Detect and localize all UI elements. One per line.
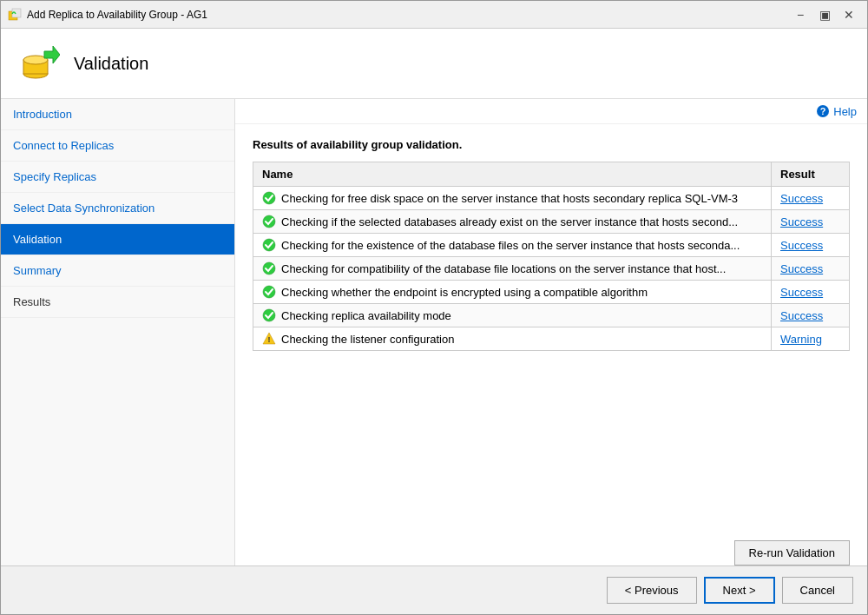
result-link[interactable]: Warning — [780, 333, 822, 346]
previous-button[interactable]: < Previous — [607, 577, 697, 604]
row-name-cell: Checking for free disk space on the serv… — [253, 187, 772, 210]
page-title: Validation — [74, 54, 148, 74]
row-result-cell[interactable]: Success — [772, 187, 850, 210]
cancel-button[interactable]: Cancel — [782, 577, 853, 604]
content-area: Introduction Connect to Replicas Specify… — [1, 99, 867, 565]
main-content: ? Help Results of availability group val… — [235, 99, 867, 565]
footer: < Previous Next > Cancel — [1, 565, 867, 614]
row-result-cell[interactable]: Success — [772, 234, 850, 257]
help-icon: ? — [816, 104, 830, 118]
result-link[interactable]: Success — [780, 192, 823, 205]
row-name-text: Checking replica availability mode — [281, 309, 451, 322]
warning-icon: ! — [262, 332, 276, 346]
result-link[interactable]: Success — [780, 215, 823, 228]
success-icon — [262, 191, 276, 205]
svg-text:?: ? — [820, 106, 826, 116]
row-name-cell: Checking if the selected databases alrea… — [253, 210, 772, 234]
row-name-cell: Checking for compatibility of the databa… — [253, 257, 772, 281]
table-row: Checking if the selected databases alrea… — [253, 210, 850, 234]
page-header: Validation — [1, 29, 867, 99]
col-header-name: Name — [253, 162, 772, 187]
sidebar-item-results: Results — [1, 287, 234, 318]
row-result-cell[interactable]: Success — [772, 304, 850, 327]
sidebar-item-validation[interactable]: Validation — [1, 224, 234, 255]
next-button[interactable]: Next > — [704, 577, 775, 604]
success-icon — [262, 261, 276, 275]
maximize-button[interactable]: ▣ — [813, 5, 836, 24]
success-icon — [262, 308, 276, 322]
row-name-cell: ! Checking the listener configuration — [253, 327, 772, 351]
sidebar-item-connect-to-replicas[interactable]: Connect to Replicas — [1, 130, 234, 162]
svg-text:!: ! — [268, 335, 271, 344]
sidebar-item-specify-replicas[interactable]: Specify Replicas — [1, 162, 234, 193]
result-link[interactable]: Success — [780, 309, 823, 322]
row-name-text: Checking for free disk space on the serv… — [281, 192, 738, 205]
help-link[interactable]: ? Help — [816, 104, 857, 118]
result-link[interactable]: Success — [780, 286, 823, 299]
title-bar: Add Replica to Availability Group - AG1 … — [1, 1, 867, 29]
table-row: Checking whether the endpoint is encrypt… — [253, 281, 850, 304]
table-row: Checking for the existence of the databa… — [253, 234, 850, 257]
col-header-result: Result — [772, 162, 850, 187]
results-table: Name Result Checking for free disk space… — [253, 162, 850, 351]
row-name-text: Checking if the selected databases alrea… — [281, 215, 738, 228]
row-name-text: Checking for compatibility of the databa… — [281, 262, 726, 275]
row-name-text: Checking for the existence of the databa… — [281, 239, 740, 252]
table-row: Checking for compatibility of the databa… — [253, 257, 850, 281]
app-icon — [8, 8, 22, 22]
window-controls: − ▣ ✕ — [789, 5, 860, 24]
main-body: Results of availability group validation… — [235, 124, 867, 533]
results-title: Results of availability group validation… — [253, 138, 850, 151]
main-header: ? Help — [235, 99, 867, 124]
rerun-validation-button[interactable]: Re-run Validation — [734, 540, 850, 565]
row-name-cell: Checking replica availability mode — [253, 304, 772, 327]
table-row: ! Checking the listener configurationWar… — [253, 327, 850, 351]
sidebar: Introduction Connect to Replicas Specify… — [1, 99, 235, 565]
close-button[interactable]: ✕ — [838, 5, 860, 24]
success-icon — [262, 215, 276, 228]
validation-icon — [18, 43, 60, 84]
row-result-cell[interactable]: Warning — [772, 327, 850, 351]
row-name-text: Checking whether the endpoint is encrypt… — [281, 286, 648, 299]
result-link[interactable]: Success — [780, 239, 823, 252]
row-name-text: Checking the listener configuration — [281, 333, 454, 346]
sidebar-item-select-data-synchronization[interactable]: Select Data Synchronization — [1, 193, 234, 224]
table-row: Checking for free disk space on the serv… — [253, 187, 850, 210]
table-row: Checking replica availability modeSucces… — [253, 304, 850, 327]
window-title: Add Replica to Availability Group - AG1 — [27, 9, 789, 21]
row-result-cell[interactable]: Success — [772, 210, 850, 234]
result-link[interactable]: Success — [780, 262, 823, 275]
row-name-cell: Checking for the existence of the databa… — [253, 234, 772, 257]
row-result-cell[interactable]: Success — [772, 281, 850, 304]
success-icon — [262, 285, 276, 299]
main-window: Add Replica to Availability Group - AG1 … — [0, 0, 868, 615]
rerun-area: Re-run Validation — [235, 533, 867, 565]
row-result-cell[interactable]: Success — [772, 257, 850, 281]
success-icon — [262, 238, 276, 252]
sidebar-item-introduction[interactable]: Introduction — [1, 99, 234, 130]
minimize-button[interactable]: − — [789, 5, 812, 24]
sidebar-item-summary[interactable]: Summary — [1, 255, 234, 287]
row-name-cell: Checking whether the endpoint is encrypt… — [253, 281, 772, 304]
